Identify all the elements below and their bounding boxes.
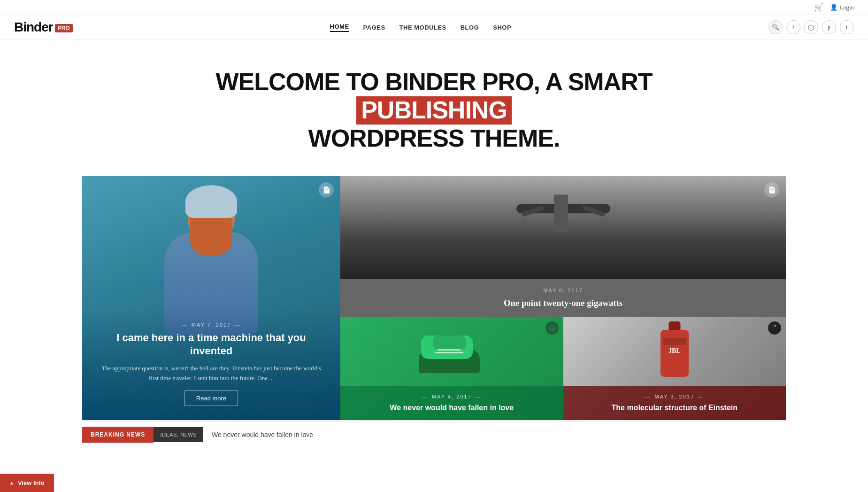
facebook-link[interactable]: f <box>786 20 800 34</box>
cart-link[interactable]: 🛒 <box>814 3 823 12</box>
pinterest-icon: p <box>828 24 830 31</box>
nav-pages[interactable]: PAGES <box>363 24 385 31</box>
breaking-news-bar: BREAKING NEWS IDEAS, NEWS We never would… <box>82 420 786 448</box>
card-dark-type-icon: 📄 <box>764 182 779 197</box>
main-nav: HOME PAGES THE MODULES BLOG SHOP <box>330 23 512 32</box>
card-dark-footer: MAY 6, 2017 One point twenty-one gigawat… <box>340 279 786 317</box>
card-dark-date: MAY 6, 2017 <box>350 288 776 293</box>
card-dark[interactable]: 📄 MAY 6, 2017 One point twenty-one gigaw… <box>340 176 786 317</box>
instagram-link[interactable]: ◯ <box>804 20 818 34</box>
card-red[interactable]: JBL " MAY 3, 2017 The molecular structur… <box>563 317 786 420</box>
card-main-title: I came here in a time machine that you i… <box>96 331 326 358</box>
cart-icon: 🛒 <box>814 3 823 12</box>
hero-section: WELCOME TO BINDER PRO, A SMART PUBLISHIN… <box>0 40 868 176</box>
card-green[interactable]: 🎧 MAY 4, 2017 We never would have fallen… <box>340 317 563 420</box>
twitter-link[interactable]: t <box>840 20 854 34</box>
search-button[interactable]: 🔍 <box>768 20 783 34</box>
card-green-date: MAY 4, 2017 <box>348 394 556 399</box>
hero-title: WELCOME TO BINDER PRO, A SMART PUBLISHIN… <box>9 68 859 152</box>
pinterest-link[interactable]: p <box>822 20 836 34</box>
card-main[interactable]: 📄 MAY 7, 2017 I came here in a time mach… <box>82 176 340 420</box>
nav-home[interactable]: HOME <box>330 23 349 32</box>
hero-highlight: PUBLISHING <box>356 96 512 125</box>
user-icon: 👤 <box>830 4 837 11</box>
login-label: Login <box>839 4 854 11</box>
hero-line2: WORDPRESS THEME. <box>308 125 560 152</box>
breaking-news-label: BREAKING NEWS <box>82 427 154 443</box>
read-more-button[interactable]: Read more <box>184 390 238 406</box>
facebook-icon: f <box>792 24 794 31</box>
nav-social: 🔍 f ◯ p t <box>768 20 854 34</box>
card-red-overlay: MAY 3, 2017 The molecular structure of E… <box>563 386 786 421</box>
card-green-title: We never would have fallen in love <box>348 403 556 413</box>
twitter-icon: t <box>846 24 847 31</box>
hero-line1: WELCOME TO BINDER PRO, A SMART <box>215 68 652 95</box>
nav-blog[interactable]: BLOG <box>461 24 479 31</box>
card-dark-title: One point twenty-one gigawatts <box>350 298 776 308</box>
site-header: BinderPRO HOME PAGES THE MODULES BLOG SH… <box>0 15 868 40</box>
top-bar: 🛒 👤 Login <box>0 0 868 15</box>
card-green-type-icon: 🎧 <box>545 321 559 335</box>
card-main-excerpt: The appropriate question is, weren't the… <box>96 364 326 383</box>
card-red-type-icon: " <box>768 321 781 335</box>
news-tags: IDEAS, NEWS <box>154 427 203 442</box>
nav-shop[interactable]: SHOP <box>493 24 511 31</box>
logo-badge: PRO <box>55 24 73 32</box>
card-red-date: MAY 3, 2017 <box>571 394 779 399</box>
card-green-overlay: MAY 4, 2017 We never would have fallen i… <box>340 386 563 421</box>
login-link[interactable]: 👤 Login <box>830 4 854 11</box>
news-text: We never would have fallen in love <box>203 426 322 443</box>
bottom-right-row: 🎧 MAY 4, 2017 We never would have fallen… <box>340 317 786 420</box>
logo-text: Binder <box>14 20 53 34</box>
right-column: 📄 MAY 6, 2017 One point twenty-one gigaw… <box>340 176 786 420</box>
card-dark-image: 📄 <box>340 176 786 279</box>
card-main-overlay: MAY 7, 2017 I came here in a time machin… <box>82 308 340 421</box>
card-red-title: The molecular structure of Einstein <box>571 403 779 413</box>
featured-grid: 📄 MAY 7, 2017 I came here in a time mach… <box>82 176 786 420</box>
instagram-icon: ◯ <box>808 24 814 31</box>
nav-modules[interactable]: THE MODULES <box>399 24 446 31</box>
card-main-date: MAY 7, 2017 <box>96 322 326 328</box>
site-logo[interactable]: BinderPRO <box>14 20 73 35</box>
